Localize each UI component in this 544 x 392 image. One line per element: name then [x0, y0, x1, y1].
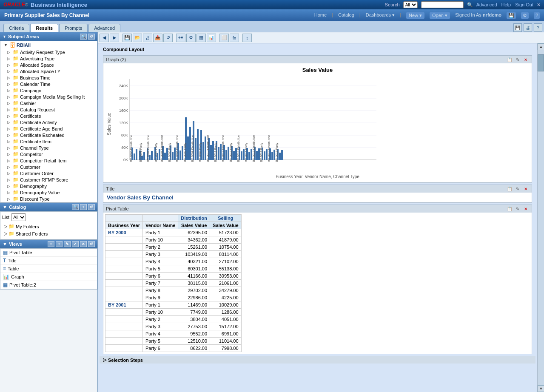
search-input[interactable]	[421, 1, 464, 8]
scroll-up-btn[interactable]: ▲	[538, 43, 544, 50]
pivot-edit-btn[interactable]: ✎	[514, 206, 521, 212]
sa-item[interactable]: ▷📁Activity Request Type	[0, 49, 97, 55]
sa-item[interactable]: ▷📁Certificate	[0, 113, 97, 119]
help-link[interactable]: Help	[501, 2, 511, 7]
sa-reload-btn[interactable]: ↺	[88, 34, 95, 40]
advanced-link[interactable]: Advanced	[476, 2, 497, 7]
pivot-content[interactable]: Distribution Selling Business Year Vendo…	[103, 213, 532, 354]
sa-search-btn[interactable]: 🔍	[80, 34, 87, 40]
search-select[interactable]: All	[403, 1, 418, 8]
sa-item[interactable]: ▷📁Campaign	[0, 87, 97, 94]
catalog-link[interactable]: Catalog	[338, 12, 354, 19]
open-btn[interactable]: 📂	[133, 34, 142, 42]
help-btn[interactable]: ?	[534, 23, 542, 32]
subject-areas-list[interactable]: ▼ 🗄 RBIAII ▷📁Activity Request Type▷📁Adve…	[0, 41, 97, 202]
views-refresh-btn[interactable]: ↺	[88, 241, 95, 247]
catalog-header[interactable]: ▼ Catalog 🔍 + ↺	[0, 203, 97, 211]
sort-btn[interactable]: ↕	[242, 34, 252, 42]
sa-item[interactable]: ▷📁Certificate Escheated	[0, 132, 97, 138]
view-table[interactable]: ≡ Table	[0, 265, 97, 273]
right-scrollbar[interactable]: ▲ ▼	[537, 43, 544, 392]
add-view-btn[interactable]: +▾	[176, 34, 185, 42]
help-icon[interactable]: ?	[534, 12, 540, 19]
sa-item[interactable]: ▷📁Advertising Type	[0, 55, 97, 62]
close-icon[interactable]: ✕	[537, 2, 541, 8]
sa-item[interactable]: ▷📁Allocated Space LY	[0, 68, 97, 74]
back-btn[interactable]: ◀	[100, 34, 109, 42]
graph-close-btn[interactable]: ✕	[522, 57, 529, 62]
title-close-btn[interactable]: ✕	[522, 186, 529, 192]
sa-item[interactable]: ▷📁Channel Type	[0, 145, 97, 151]
sa-item[interactable]: ▷📁Competitor	[0, 151, 97, 157]
open-dropdown[interactable]: Open ▾	[430, 12, 450, 19]
subject-areas-header[interactable]: ▼ Subject Areas 🔍 ↺	[0, 32, 97, 41]
dashboards-dropdown[interactable]: Dashboards ▾	[366, 12, 395, 19]
sa-item[interactable]: ▷📁Certificate Item	[0, 138, 97, 145]
sa-item[interactable]: ▷📁Cashier	[0, 100, 97, 106]
sa-item[interactable]: ▷📁Business Time	[0, 74, 97, 81]
print-btn[interactable]: 🖨	[143, 34, 152, 42]
scroll-thumb[interactable]	[538, 54, 544, 71]
sa-item[interactable]: ▷📁Customer RFMP Score	[0, 176, 97, 183]
settings-icon[interactable]: ⚙	[521, 12, 529, 19]
search-icon[interactable]: 🔍	[467, 2, 473, 8]
catalog-list-select[interactable]: All	[11, 213, 26, 221]
pivot-btn[interactable]: ▦	[197, 34, 206, 42]
filter-btn[interactable]: ⚙	[186, 34, 196, 42]
formula-btn[interactable]: fx	[230, 34, 239, 42]
pivot-export-btn[interactable]: 📋	[506, 206, 513, 212]
sa-item[interactable]: ▷📁Discount Type	[0, 196, 97, 202]
catalog-shared-folders[interactable]: ▷ 📁 Shared Folders	[2, 230, 95, 237]
scroll-down-btn[interactable]: ▼	[538, 385, 544, 392]
sa-item[interactable]: ▷📁Customer	[0, 164, 97, 170]
home-link[interactable]: Home	[314, 12, 327, 19]
selection-steps[interactable]: ▷ Selection Steps	[100, 356, 535, 364]
new-dropdown[interactable]: New ▾	[406, 12, 424, 19]
sa-item[interactable]: ▷📁Demography Value	[0, 189, 97, 196]
catalog-refresh-btn[interactable]: ↺	[88, 204, 95, 210]
graph-export-btn[interactable]: 📋	[506, 57, 513, 62]
view-pivot-table-2[interactable]: ▦ Pivot Table:2	[0, 281, 97, 289]
signout-link[interactable]: Sign Out	[515, 2, 533, 7]
sa-item[interactable]: ▷📁Demography	[0, 183, 97, 189]
pivot-close-btn[interactable]: ✕	[522, 206, 529, 212]
sa-item[interactable]: ▷📁Calendar Time	[0, 81, 97, 87]
view-pivot-table[interactable]: ▦ Pivot Table	[0, 249, 97, 257]
tab-criteria[interactable]: Criteria	[3, 24, 29, 32]
export-btn[interactable]: 📤	[153, 34, 162, 42]
sa-item[interactable]: ▷📁Certificate Age Band	[0, 125, 97, 132]
views-check-btn[interactable]: ✓	[72, 241, 79, 247]
views-delete-btn[interactable]: ✕	[80, 241, 87, 247]
fwd-btn[interactable]: ▶	[110, 34, 119, 42]
tab-prompts[interactable]: Prompts	[59, 24, 88, 32]
save-icon[interactable]: 💾	[507, 12, 516, 19]
sa-item[interactable]: ▷📁Catalog Request	[0, 106, 97, 113]
views-add-btn[interactable]: +	[48, 241, 54, 247]
catalog-search-btn[interactable]: 🔍	[72, 204, 79, 210]
tab-results[interactable]: Results	[30, 24, 58, 32]
chart-btn[interactable]: 📊	[207, 34, 216, 42]
catalog-new-btn[interactable]: +	[80, 204, 87, 210]
views-edit-btn[interactable]: ✎	[64, 241, 71, 247]
refresh-btn[interactable]: ↺	[163, 34, 173, 42]
title-edit-btn[interactable]: ✎	[514, 186, 521, 192]
graph-edit-btn[interactable]: ✎	[514, 57, 521, 62]
tab-advanced[interactable]: Advanced	[88, 24, 120, 32]
print-btn[interactable]: 🖨	[524, 23, 532, 32]
scroll-track[interactable]	[538, 50, 544, 385]
col-props-btn[interactable]: ⬜	[219, 34, 229, 42]
save-btn[interactable]: 💾	[122, 34, 132, 42]
views-add2-btn[interactable]: +	[56, 241, 63, 247]
view-title[interactable]: T Title	[0, 257, 97, 265]
sa-item[interactable]: ▷📁Customer Order	[0, 170, 97, 176]
title-export-btn[interactable]: 📋	[506, 186, 513, 192]
view-graph[interactable]: 📊 Graph	[0, 273, 97, 281]
catalog-my-folders[interactable]: ▷ 📁 My Folders	[2, 223, 95, 230]
sa-item[interactable]: ▷📁Competitor Retail Item	[0, 157, 97, 164]
sa-root-item[interactable]: ▼ 🗄 RBIAII	[0, 41, 97, 49]
save-report-btn[interactable]: 💾	[513, 23, 522, 32]
sa-item[interactable]: ▷📁Certificate Activity	[0, 119, 97, 125]
sa-item[interactable]: ▷📁Campaign Media Msg Selling It	[0, 94, 97, 100]
sa-item[interactable]: ▷📁Allocated Space	[0, 62, 97, 68]
content-scroll[interactable]: Compound Layout Graph (2) 📋 ✎ ✕ Sales Va…	[98, 43, 537, 392]
